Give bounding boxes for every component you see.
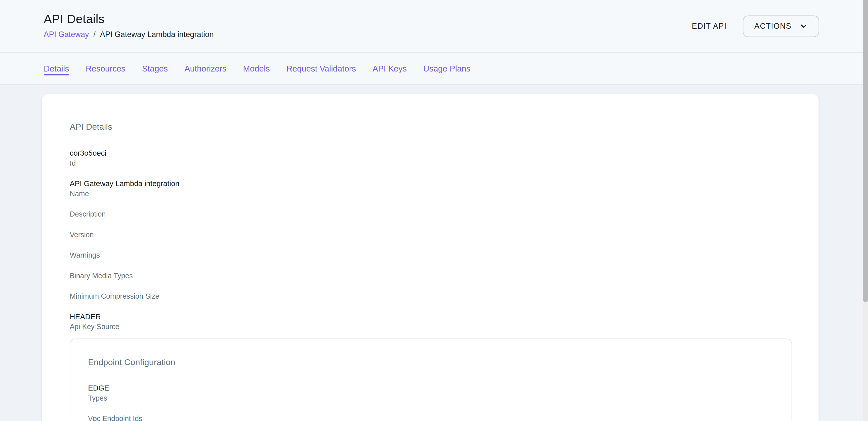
api-details-card: API Details cor3o5oeci Id API Gateway La…: [42, 94, 818, 421]
breadcrumb: API Gateway / API Gateway Lambda integra…: [44, 30, 214, 39]
tab-authorizers[interactable]: Authorizers: [184, 63, 226, 74]
field-name-value: API Gateway Lambda integration: [70, 179, 792, 188]
actions-button-label: ACTIONS: [754, 22, 792, 30]
tab-usage-plans[interactable]: Usage Plans: [423, 63, 470, 74]
endpoint-configuration-card: Endpoint Configuration EDGE Types Vpc En…: [70, 339, 792, 421]
actions-button[interactable]: ACTIONS: [743, 16, 819, 37]
field-description: Description: [70, 209, 792, 219]
field-id: cor3o5oeci Id: [70, 148, 792, 168]
header-actions: EDIT API ACTIONS: [691, 16, 819, 37]
page-title: API Details: [44, 13, 214, 26]
field-vpc-endpoint-ids: Vpc Endpoint Ids: [88, 414, 774, 421]
title-block: API Details API Gateway / API Gateway La…: [44, 13, 214, 39]
tab-resources[interactable]: Resources: [86, 63, 125, 74]
field-vpc-endpoint-ids-label: Vpc Endpoint Ids: [88, 414, 774, 421]
field-binary-media-types-label: Binary Media Types: [70, 271, 792, 280]
chevron-down-icon: [800, 22, 808, 30]
field-description-label: Description: [70, 209, 792, 219]
breadcrumb-separator: /: [93, 30, 96, 39]
tab-models[interactable]: Models: [243, 63, 270, 74]
breadcrumb-link-api-gateway[interactable]: API Gateway: [44, 30, 89, 39]
field-api-key-source-value: HEADER: [70, 312, 792, 321]
field-minimum-compression-size-label: Minimum Compression Size: [70, 291, 792, 301]
field-minimum-compression-size: Minimum Compression Size: [70, 291, 792, 301]
field-warnings-label: Warnings: [70, 251, 792, 260]
field-name-label: Name: [70, 189, 792, 198]
main-content: API Details cor3o5oeci Id API Gateway La…: [0, 85, 868, 421]
api-details-section-title: API Details: [70, 122, 792, 132]
field-binary-media-types: Binary Media Types: [70, 271, 792, 280]
field-warnings: Warnings: [70, 251, 792, 260]
endpoint-configuration-section-title: Endpoint Configuration: [88, 357, 774, 367]
field-version-label: Version: [70, 230, 792, 239]
vertical-scrollbar[interactable]: [863, 0, 868, 421]
tab-stages[interactable]: Stages: [142, 63, 168, 74]
scrollbar-thumb[interactable]: [863, 0, 868, 302]
field-name: API Gateway Lambda integration Name: [70, 179, 792, 198]
tab-request-validators[interactable]: Request Validators: [286, 63, 356, 74]
field-types-value: EDGE: [88, 384, 774, 393]
field-types: EDGE Types: [88, 384, 774, 403]
tab-bar: Details Resources Stages Authorizers Mod…: [0, 53, 868, 85]
field-types-label: Types: [88, 393, 774, 403]
page-header: API Details API Gateway / API Gateway La…: [0, 0, 868, 53]
field-id-value: cor3o5oeci: [70, 148, 792, 158]
edit-api-button[interactable]: EDIT API: [691, 17, 727, 35]
field-id-label: Id: [70, 158, 792, 168]
field-api-key-source: HEADER Api Key Source: [70, 312, 792, 331]
field-version: Version: [70, 230, 792, 239]
breadcrumb-current: API Gateway Lambda integration: [100, 30, 214, 39]
tab-details[interactable]: Details: [44, 63, 69, 74]
field-api-key-source-label: Api Key Source: [70, 322, 792, 331]
tab-api-keys[interactable]: API Keys: [372, 63, 407, 74]
api-details-page: API Details API Gateway / API Gateway La…: [0, 0, 868, 421]
